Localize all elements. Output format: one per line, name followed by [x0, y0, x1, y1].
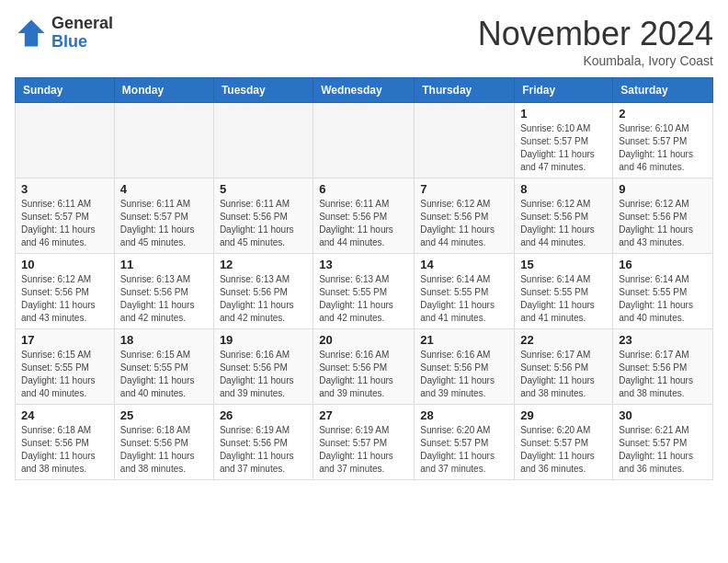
calendar-day-cell [213, 103, 313, 178]
calendar-day-cell: 30Sunrise: 6:21 AMSunset: 5:57 PMDayligh… [613, 405, 713, 480]
day-number: 15 [520, 258, 607, 271]
day-number: 20 [319, 333, 408, 347]
calendar-day-cell [313, 103, 415, 178]
calendar-day-cell: 23Sunrise: 6:17 AMSunset: 5:56 PMDayligh… [613, 329, 713, 405]
day-info: Sunrise: 6:19 AMSunset: 5:56 PMDaylight:… [220, 424, 307, 476]
calendar-day-cell: 11Sunrise: 6:13 AMSunset: 5:56 PMDayligh… [114, 254, 213, 329]
logo-general: General [51, 15, 113, 33]
calendar-day-cell: 10Sunrise: 6:12 AMSunset: 5:56 PMDayligh… [16, 254, 115, 329]
day-info: Sunrise: 6:12 AMSunset: 5:56 PMDaylight:… [21, 273, 108, 325]
calendar-day-cell: 21Sunrise: 6:16 AMSunset: 5:56 PMDayligh… [415, 329, 515, 405]
logo-text: General Blue [51, 15, 113, 52]
calendar-day-cell: 25Sunrise: 6:18 AMSunset: 5:56 PMDayligh… [114, 405, 213, 480]
day-number: 6 [319, 182, 408, 196]
calendar-day-cell: 19Sunrise: 6:16 AMSunset: 5:56 PMDayligh… [213, 329, 313, 405]
day-info: Sunrise: 6:10 AMSunset: 5:57 PMDaylight:… [619, 122, 707, 174]
day-info: Sunrise: 6:11 AMSunset: 5:57 PMDaylight:… [21, 198, 108, 249]
day-info: Sunrise: 6:12 AMSunset: 5:56 PMDaylight:… [520, 198, 607, 249]
calendar-day-cell: 6Sunrise: 6:11 AMSunset: 5:56 PMDaylight… [313, 178, 415, 254]
calendar-table: SundayMondayTuesdayWednesdayThursdayFrid… [15, 77, 713, 480]
day-info: Sunrise: 6:15 AMSunset: 5:55 PMDaylight:… [120, 349, 208, 400]
calendar-day-cell: 5Sunrise: 6:11 AMSunset: 5:56 PMDaylight… [213, 178, 313, 254]
day-info: Sunrise: 6:19 AMSunset: 5:57 PMDaylight:… [319, 424, 408, 476]
day-info: Sunrise: 6:20 AMSunset: 5:57 PMDaylight:… [420, 424, 508, 476]
calendar-day-cell [114, 103, 213, 178]
title-block: November 2024 Koumbala, Ivory Coast [478, 15, 713, 68]
day-number: 1 [520, 107, 607, 121]
day-number: 26 [220, 408, 307, 422]
day-number: 16 [619, 258, 707, 271]
day-number: 9 [619, 182, 707, 196]
calendar-day-cell: 13Sunrise: 6:13 AMSunset: 5:55 PMDayligh… [313, 254, 415, 329]
calendar-day-cell: 16Sunrise: 6:14 AMSunset: 5:55 PMDayligh… [613, 254, 713, 329]
day-number: 22 [520, 333, 607, 347]
calendar-week-row: 1Sunrise: 6:10 AMSunset: 5:57 PMDaylight… [16, 103, 713, 178]
day-info: Sunrise: 6:14 AMSunset: 5:55 PMDaylight:… [520, 273, 607, 325]
calendar-day-cell [16, 103, 115, 178]
day-info: Sunrise: 6:13 AMSunset: 5:56 PMDaylight:… [120, 273, 208, 325]
location: Koumbala, Ivory Coast [478, 53, 713, 68]
calendar-day-cell: 28Sunrise: 6:20 AMSunset: 5:57 PMDayligh… [415, 405, 515, 480]
calendar-week-row: 24Sunrise: 6:18 AMSunset: 5:56 PMDayligh… [16, 405, 713, 480]
logo-icon [15, 17, 48, 50]
calendar-day-cell: 18Sunrise: 6:15 AMSunset: 5:55 PMDayligh… [114, 329, 213, 405]
calendar-day-cell: 3Sunrise: 6:11 AMSunset: 5:57 PMDaylight… [16, 178, 115, 254]
calendar-day-cell: 20Sunrise: 6:16 AMSunset: 5:56 PMDayligh… [313, 329, 415, 405]
day-info: Sunrise: 6:18 AMSunset: 5:56 PMDaylight:… [21, 424, 108, 476]
logo-blue: Blue [51, 33, 113, 52]
calendar-day-cell: 26Sunrise: 6:19 AMSunset: 5:56 PMDayligh… [213, 405, 313, 480]
day-number: 8 [520, 182, 607, 196]
day-of-week-header: Sunday [16, 78, 115, 103]
day-info: Sunrise: 6:17 AMSunset: 5:56 PMDaylight:… [619, 349, 707, 400]
day-info: Sunrise: 6:14 AMSunset: 5:55 PMDaylight:… [420, 273, 508, 325]
calendar-day-cell: 29Sunrise: 6:20 AMSunset: 5:57 PMDayligh… [515, 405, 613, 480]
day-number: 18 [120, 333, 208, 347]
day-info: Sunrise: 6:13 AMSunset: 5:56 PMDaylight:… [220, 273, 307, 325]
day-of-week-header: Friday [515, 78, 613, 103]
calendar-day-cell: 24Sunrise: 6:18 AMSunset: 5:56 PMDayligh… [16, 405, 115, 480]
day-number: 28 [420, 408, 508, 422]
day-of-week-header: Saturday [613, 78, 713, 103]
day-info: Sunrise: 6:14 AMSunset: 5:55 PMDaylight:… [619, 273, 707, 325]
day-number: 7 [420, 182, 508, 196]
day-of-week-header: Monday [114, 78, 213, 103]
calendar-day-cell: 8Sunrise: 6:12 AMSunset: 5:56 PMDaylight… [515, 178, 613, 254]
calendar-day-cell: 2Sunrise: 6:10 AMSunset: 5:57 PMDaylight… [613, 103, 713, 178]
day-info: Sunrise: 6:13 AMSunset: 5:55 PMDaylight:… [319, 273, 408, 325]
day-number: 2 [619, 107, 707, 121]
day-info: Sunrise: 6:16 AMSunset: 5:56 PMDaylight:… [420, 349, 508, 400]
day-number: 19 [220, 333, 307, 347]
day-number: 29 [520, 408, 607, 422]
day-number: 11 [120, 258, 208, 271]
day-number: 23 [619, 333, 707, 347]
day-info: Sunrise: 6:21 AMSunset: 5:57 PMDaylight:… [619, 424, 707, 476]
day-info: Sunrise: 6:10 AMSunset: 5:57 PMDaylight:… [520, 122, 607, 174]
day-number: 14 [420, 258, 508, 271]
calendar-day-cell: 9Sunrise: 6:12 AMSunset: 5:56 PMDaylight… [613, 178, 713, 254]
day-number: 25 [120, 408, 208, 422]
day-info: Sunrise: 6:16 AMSunset: 5:56 PMDaylight:… [319, 349, 408, 400]
day-number: 21 [420, 333, 508, 347]
calendar-day-cell: 27Sunrise: 6:19 AMSunset: 5:57 PMDayligh… [313, 405, 415, 480]
calendar-day-cell: 1Sunrise: 6:10 AMSunset: 5:57 PMDaylight… [515, 103, 613, 178]
day-number: 4 [120, 182, 208, 196]
day-number: 17 [21, 333, 108, 347]
day-number: 30 [619, 408, 707, 422]
calendar-day-cell: 22Sunrise: 6:17 AMSunset: 5:56 PMDayligh… [515, 329, 613, 405]
day-info: Sunrise: 6:12 AMSunset: 5:56 PMDaylight:… [420, 198, 508, 249]
day-number: 13 [319, 258, 408, 271]
calendar-week-row: 3Sunrise: 6:11 AMSunset: 5:57 PMDaylight… [16, 178, 713, 254]
day-info: Sunrise: 6:15 AMSunset: 5:55 PMDaylight:… [21, 349, 108, 400]
month-title: November 2024 [478, 15, 713, 53]
calendar-day-cell: 7Sunrise: 6:12 AMSunset: 5:56 PMDaylight… [415, 178, 515, 254]
day-number: 10 [21, 258, 108, 271]
calendar-day-cell: 4Sunrise: 6:11 AMSunset: 5:57 PMDaylight… [114, 178, 213, 254]
calendar-day-cell [415, 103, 515, 178]
day-number: 3 [21, 182, 108, 196]
day-of-week-header: Tuesday [213, 78, 313, 103]
calendar-day-cell: 12Sunrise: 6:13 AMSunset: 5:56 PMDayligh… [213, 254, 313, 329]
day-number: 12 [220, 258, 307, 271]
day-number: 27 [319, 408, 408, 422]
day-info: Sunrise: 6:16 AMSunset: 5:56 PMDaylight:… [220, 349, 307, 400]
logo: General Blue [15, 15, 113, 52]
